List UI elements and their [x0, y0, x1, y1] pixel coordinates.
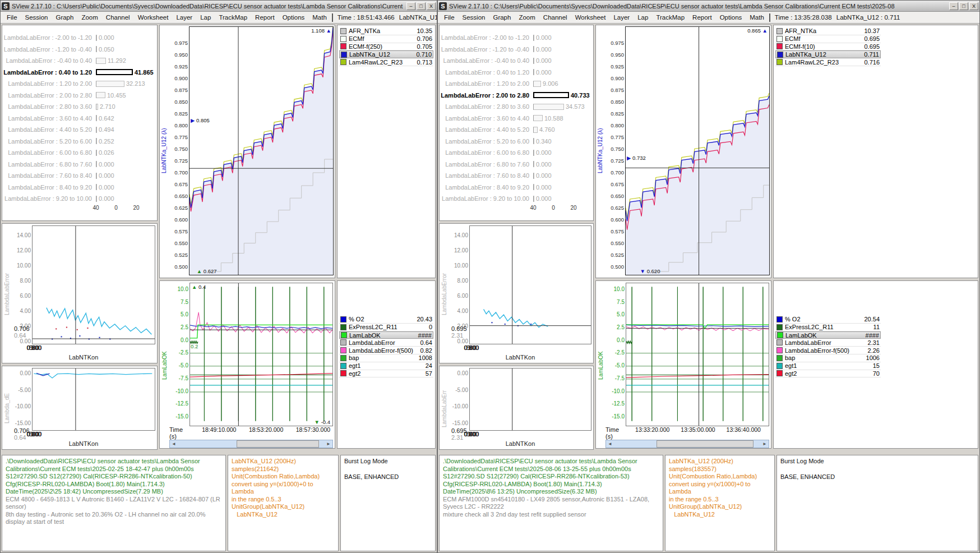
legend-row[interactable]: ExPressL2C_R11 0: [339, 324, 433, 331]
legend-row[interactable]: AFR_NTKa 10.37: [775, 27, 881, 35]
menu-item[interactable]: Graph: [52, 13, 77, 22]
scrollbar-track[interactable]: [178, 440, 325, 448]
histogram-row[interactable]: LambdaLabError : 2.00 to 2.80 40.733: [440, 90, 593, 102]
histogram-row[interactable]: LambdaLabError : 3.60 to 4.40 10.588: [440, 113, 593, 125]
menu-item[interactable]: Options: [279, 13, 309, 22]
scroll-right-icon[interactable]: ►: [761, 440, 769, 448]
legend-row[interactable]: LabNTKa_U12 0.711: [775, 50, 881, 58]
legend-row[interactable]: bap 1006: [775, 354, 881, 362]
histogram-row[interactable]: LambdaLabError : 0.40 to 1.20 0.000: [440, 67, 593, 79]
legend-row[interactable]: ECMf-f(250) 0.705: [339, 43, 433, 51]
menu-item[interactable]: Session: [459, 13, 489, 22]
legend-row[interactable]: ECMf 0.706: [339, 35, 433, 43]
legend-row[interactable]: egt1 24: [339, 362, 433, 370]
histogram-row[interactable]: LambdaLabError : -1.20 to -0.40 0.050: [2, 44, 157, 56]
legend-row[interactable]: LamLabOK ####: [339, 331, 433, 339]
scatter-plot[interactable]: [32, 225, 155, 344]
menu-item[interactable]: Options: [716, 13, 746, 22]
histogram-row[interactable]: LambdaLabError : 1.20 to 2.00 9.006: [440, 78, 593, 90]
minimize-button[interactable]: –: [406, 2, 415, 10]
legend-row[interactable]: % O2 20.43: [339, 316, 433, 324]
menu-item[interactable]: Zoom: [77, 13, 101, 22]
legend-row[interactable]: egt1 15: [775, 362, 881, 370]
time-scrollbar[interactable]: ◄ ►: [169, 440, 333, 448]
scroll-left-icon[interactable]: ◄: [606, 440, 614, 448]
legend-row[interactable]: egt2 57: [339, 370, 433, 378]
histogram-row[interactable]: LambdaLabError : 2.80 to 3.60 34.573: [440, 101, 593, 113]
titlebar-2[interactable]: S SView 2.17.10 : C:\Users\Public\Docume…: [438, 1, 979, 12]
time-chart-panel[interactable]: LamLabOK 10.07.55.02.50.0-2.5-5.0-7.5-10…: [595, 280, 771, 449]
menu-item[interactable]: File: [440, 13, 459, 22]
histogram-row[interactable]: LambdaLabError : 2.80 to 3.60 2.710: [2, 101, 157, 113]
legend-row[interactable]: ECMf 0.695: [775, 35, 881, 43]
menu-item[interactable]: Graph: [489, 13, 515, 22]
main-plot[interactable]: 0.865 ▲ ▶ 0.732 ▼ 0.620: [625, 26, 770, 275]
menu-item[interactable]: Report: [688, 13, 716, 22]
legend-row[interactable]: LambdaLabError-f(500) 2.26: [775, 347, 881, 354]
legend-row[interactable]: LambdaLabError-f(500) 0.82: [339, 347, 433, 354]
histogram-row[interactable]: LambdaLabError : -0.40 to 0.40 0.000: [440, 55, 593, 67]
scrollbar-thumb[interactable]: [237, 440, 319, 448]
maximize-button[interactable]: □: [417, 2, 426, 10]
mini-plot[interactable]: [32, 368, 155, 431]
scrollbar-thumb[interactable]: [657, 440, 754, 448]
histogram-row[interactable]: LambdaLabError : 3.60 to 4.40 0.642: [2, 113, 157, 125]
histogram-row[interactable]: LambdaLabError : 2.00 to 2.80 10.455: [2, 90, 157, 102]
time-plot[interactable]: [626, 283, 769, 426]
menu-item[interactable]: Worksheet: [571, 13, 610, 22]
menu-item[interactable]: Channel: [102, 13, 134, 22]
legend-row[interactable]: AFR_NTKa 10.35: [339, 27, 433, 35]
scrollbar-track[interactable]: [614, 440, 761, 448]
legend-row[interactable]: ECMf-f(10) 0.695: [775, 43, 881, 51]
close-button[interactable]: X: [969, 2, 978, 10]
histogram-row[interactable]: LambdaLabError : 0.40 to 1.20 41.865: [2, 67, 157, 79]
time-scrollbar[interactable]: ◄ ►: [605, 440, 769, 448]
time-plot[interactable]: ▲ 0.4 0.2 ▼ -0.4: [189, 283, 333, 426]
histogram-row[interactable]: LambdaLabError : 7.60 to 8.40 0.000: [440, 170, 593, 182]
menu-item[interactable]: TrackMap: [215, 13, 251, 22]
legend-row[interactable]: Lam4RawL2C_R23 0.716: [775, 58, 881, 66]
legend-row[interactable]: bap 1008: [339, 354, 433, 362]
menu-item[interactable]: Worksheet: [134, 13, 173, 22]
scatter-plot[interactable]: [469, 225, 591, 344]
legend-row[interactable]: Lam4RawL2C_R23 0.713: [339, 58, 433, 66]
histogram-row[interactable]: LambdaLabError : 9.20 to 10.00 0.000: [2, 193, 157, 205]
scroll-right-icon[interactable]: ►: [325, 440, 332, 448]
menu-item[interactable]: Lap: [634, 13, 652, 22]
legend-row[interactable]: % O2 20.54: [775, 316, 881, 324]
error-histogram-panel[interactable]: LambdaLabError : -2.00 to -1.20 0.000 La…: [2, 25, 158, 221]
menu-item[interactable]: Channel: [539, 13, 571, 22]
menu-item[interactable]: Report: [251, 13, 279, 22]
scroll-left-icon[interactable]: ◄: [170, 440, 178, 448]
menu-item[interactable]: Lap: [196, 13, 215, 22]
close-button[interactable]: X: [427, 2, 436, 10]
histogram-row[interactable]: LambdaLabError : -2.00 to -1.20 0.000: [2, 32, 157, 44]
scatter-panel[interactable]: LambdaLabError 14.0012.0010.008.006.004.…: [2, 223, 158, 363]
menu-item[interactable]: Layer: [172, 13, 196, 22]
main-plot[interactable]: 1.108 ▲ ▶ 0.805 ▲ 0.627: [189, 26, 334, 275]
menu-item[interactable]: Session: [21, 13, 52, 22]
histogram-row[interactable]: LambdaLabError : 6.00 to 6.80 0.000: [440, 147, 593, 159]
mini-plot[interactable]: [469, 368, 591, 431]
time-chart-panel[interactable]: LamLabOK 10.07.55.02.50.0-2.5-5.0-7.5-10…: [159, 280, 335, 449]
histogram-row[interactable]: LambdaLabError : 5.20 to 6.00 0.252: [2, 136, 157, 148]
legend-row[interactable]: ExPressL2C_R11 11: [775, 324, 881, 331]
histogram-row[interactable]: LambdaLabError : 5.20 to 6.00 0.340: [440, 136, 593, 148]
histogram-row[interactable]: LambdaLabError : 4.40 to 5.20 4.760: [440, 124, 593, 136]
histogram-row[interactable]: LambdaLabError : 6.00 to 6.80 0.026: [2, 147, 157, 159]
histogram-row[interactable]: LambdaLabError : 4.40 to 5.20 0.494: [2, 124, 157, 136]
mini-chart-panel[interactable]: Lambda_dE 0.00-5.00-10.00-15.00 0.706 0.…: [2, 366, 158, 450]
histogram-row[interactable]: LambdaLabError : 9.20 to 10.00 0.000: [440, 193, 593, 205]
menu-item[interactable]: Layer: [609, 13, 634, 22]
legend-row[interactable]: LambdaLabError 2.31: [775, 339, 881, 347]
histogram-row[interactable]: LambdaLabError : -2.00 to -1.20 0.000: [440, 32, 593, 44]
legend-row[interactable]: LabNTKa_U12 0.710: [339, 50, 433, 58]
legend-row[interactable]: LamLabOK ####: [775, 331, 881, 339]
legend-row[interactable]: LambdaLabError 0.64: [339, 339, 433, 347]
histogram-row[interactable]: LambdaLabError : -1.20 to -0.40 0.000: [440, 44, 593, 56]
scatter-panel[interactable]: LambdaLabError 14.0012.0010.008.006.004.…: [439, 223, 594, 363]
titlebar-1[interactable]: S SView 2.17.10 : C:\Users\Public\Docume…: [1, 1, 437, 12]
maximize-button[interactable]: □: [959, 2, 968, 10]
main-chart-panel[interactable]: LabNTKa_U12 (λ) 0.9750.9500.9250.9000.87…: [159, 25, 335, 278]
histogram-row[interactable]: LambdaLabError : 6.80 to 7.60 0.000: [440, 159, 593, 170]
